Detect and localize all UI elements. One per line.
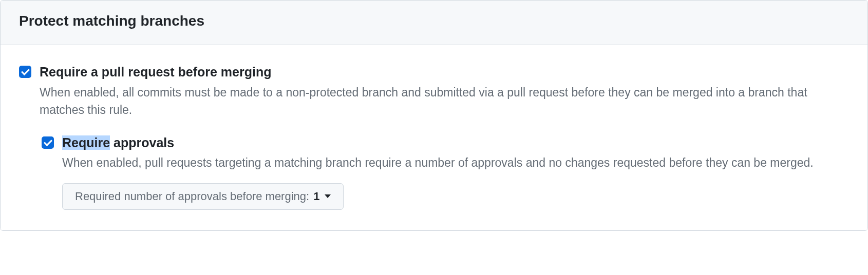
approvals-count-dropdown[interactable]: Required number of approvals before merg…	[62, 183, 344, 210]
caret-down-icon	[325, 194, 331, 198]
setting-content: Require approvals When enabled, pull req…	[62, 134, 849, 210]
require-pr-title: Require a pull request before merging	[40, 64, 849, 81]
highlighted-text: Require	[62, 135, 110, 150]
panel-header: Protect matching branches	[1, 1, 867, 45]
require-pr-checkbox[interactable]	[19, 66, 31, 78]
setting-content: Require a pull request before merging Wh…	[40, 64, 849, 119]
branch-protection-panel: Protect matching branches Require a pull…	[0, 0, 868, 231]
setting-require-pr: Require a pull request before merging Wh…	[19, 64, 849, 119]
require-pr-desc: When enabled, all commits must be made t…	[40, 84, 841, 119]
panel-body: Require a pull request before merging Wh…	[1, 45, 867, 230]
dropdown-value: 1	[313, 189, 319, 205]
require-approvals-checkbox[interactable]	[42, 136, 54, 149]
setting-require-approvals: Require approvals When enabled, pull req…	[42, 134, 849, 210]
require-approvals-title: Require approvals	[62, 134, 849, 151]
require-approvals-desc: When enabled, pull requests targeting a …	[62, 154, 849, 172]
dropdown-label: Required number of approvals before merg…	[75, 189, 309, 205]
title-rest: approvals	[110, 135, 174, 150]
panel-title: Protect matching branches	[19, 13, 849, 29]
